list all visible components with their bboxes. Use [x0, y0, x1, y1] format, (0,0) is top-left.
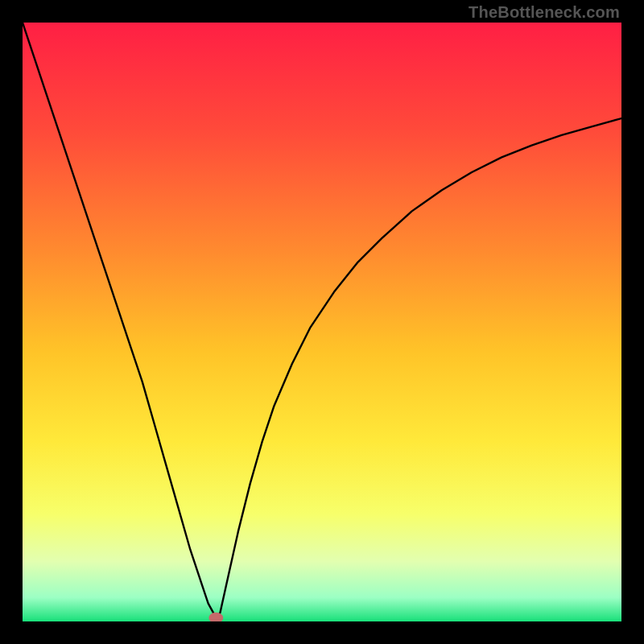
chart-frame: TheBottleneck.com: [0, 0, 644, 644]
plot-area: [23, 23, 621, 621]
bottleneck-chart: [23, 23, 621, 621]
watermark-text: TheBottleneck.com: [469, 3, 620, 22]
gradient-background: [23, 23, 621, 621]
